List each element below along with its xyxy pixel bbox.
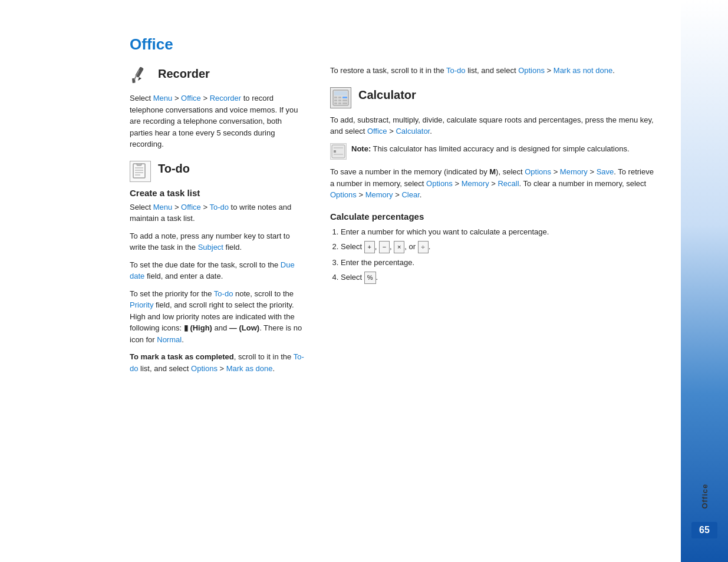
svg-rect-14 — [342, 97, 347, 98]
todo-options1-link[interactable]: Options — [191, 364, 218, 373]
recorder-menu-link[interactable]: Menu — [153, 94, 173, 103]
calculator-heading: Calculator — [330, 87, 657, 108]
todo-p5: To mark a task as completed, scroll to i… — [130, 351, 307, 374]
svg-rect-16 — [338, 100, 341, 101]
calc-calculator-link[interactable]: Calculator — [396, 127, 430, 135]
clear-memory-link[interactable]: Memory — [365, 190, 393, 199]
minus-btn: − — [379, 241, 390, 253]
save-memory-p: To save a number in the memory (indicate… — [330, 166, 657, 201]
recorder-office-link[interactable]: Office — [181, 94, 201, 103]
svg-rect-23 — [334, 147, 343, 148]
svg-rect-17 — [342, 100, 347, 101]
todo-p2: To add a note, press any number key to s… — [130, 230, 307, 253]
clear-options-link[interactable]: Options — [330, 190, 357, 199]
svg-marker-3 — [138, 77, 141, 81]
todo-todo-link[interactable]: To-do — [209, 203, 229, 211]
percentages-list: Enter a number for which you want to cal… — [341, 226, 657, 284]
svg-rect-20 — [342, 103, 347, 104]
calculator-icon — [330, 87, 351, 108]
step-4: Select %. — [341, 272, 657, 284]
svg-rect-22 — [334, 150, 336, 153]
percentages-section: Calculate percentages Enter a number for… — [330, 211, 657, 284]
note-text: Note: This calculator has limited accura… — [351, 143, 630, 155]
svg-rect-11 — [334, 91, 347, 95]
times-btn: × — [394, 241, 404, 253]
restore-p: To restore a task, scroll to it in the T… — [330, 65, 657, 77]
percentages-heading: Calculate percentages — [330, 211, 657, 222]
todo-p3: To set the due date for the task, scroll… — [130, 259, 307, 282]
recorder-heading: Recorder — [130, 65, 307, 87]
todo-menu-link[interactable]: Menu — [153, 203, 173, 211]
todo-office-link[interactable]: Office — [181, 203, 201, 211]
left-column: Office Recorder Select Menu > Office > R… — [130, 35, 307, 538]
page-number: 65 — [691, 522, 717, 538]
todo-priority-link[interactable]: Priority — [130, 300, 153, 309]
todo-title: To-do — [158, 162, 190, 176]
section-title: Office — [130, 35, 307, 54]
svg-rect-15 — [334, 100, 337, 101]
page-container: Office Recorder Select Menu > Office > R… — [0, 0, 728, 562]
svg-rect-18 — [334, 103, 337, 104]
todo-markdone-link[interactable]: Mark as done — [226, 364, 273, 373]
recorder-title: Recorder — [158, 67, 210, 81]
todo-todo2-link[interactable]: To-do — [214, 289, 233, 298]
svg-rect-9 — [137, 163, 141, 166]
percent-btn: % — [364, 272, 376, 284]
todo-p4: To set the priority for the To-do note, … — [130, 288, 307, 346]
recall-options-link[interactable]: Options — [426, 179, 453, 188]
todo-normal-link[interactable]: Normal — [157, 335, 182, 344]
note-box: Note: This calculator has limited accura… — [330, 143, 657, 161]
right-column: To restore a task, scroll to it in the T… — [330, 35, 657, 538]
sidebar-label: Office — [700, 484, 709, 509]
main-content: Office Recorder Select Menu > Office > R… — [0, 0, 681, 562]
svg-rect-4 — [133, 164, 145, 178]
todo-p1: Select Menu > Office > To-do to write no… — [130, 201, 307, 224]
recorder-recorder-link[interactable]: Recorder — [210, 94, 241, 103]
sidebar: Office 65 — [681, 0, 728, 562]
todo-section: To-do Create a task list Select Menu > O… — [130, 161, 307, 375]
clear-clear-link[interactable]: Clear — [401, 190, 419, 199]
todo-subject-link[interactable]: Subject — [198, 243, 223, 252]
save-save-link[interactable]: Save — [597, 167, 614, 176]
restore-options-link[interactable]: Options — [518, 66, 545, 75]
calc-office-link[interactable]: Office — [367, 127, 387, 135]
restore-todo-link[interactable]: To-do — [446, 66, 466, 75]
recorder-icon — [130, 65, 151, 87]
step-2: Select +, −, ×, or ÷. — [341, 241, 657, 253]
plus-btn: + — [364, 241, 375, 253]
recorder-body: Select Menu > Office > Recorder to recor… — [130, 92, 307, 150]
calculator-title: Calculator — [358, 88, 416, 102]
calculator-p1: To add, substract, multiply, divide, cal… — [330, 114, 657, 137]
svg-rect-24 — [334, 154, 343, 155]
recall-memory-link[interactable]: Memory — [462, 179, 489, 188]
todo-heading: To-do — [130, 161, 307, 182]
step-3: Enter the percentage. — [341, 257, 657, 269]
todo-icon — [130, 161, 151, 182]
restore-marknotdone-link[interactable]: Mark as not done — [554, 66, 612, 75]
step-1: Enter a number for which you want to cal… — [341, 226, 657, 238]
calculator-section: Calculator To add, substract, multiply, … — [330, 87, 657, 201]
note-icon — [330, 143, 347, 160]
svg-rect-19 — [338, 103, 341, 104]
svg-rect-12 — [334, 97, 337, 98]
save-options-link[interactable]: Options — [525, 167, 551, 176]
recall-recall-link[interactable]: Recall — [498, 179, 519, 188]
save-memory-link[interactable]: Memory — [560, 167, 588, 176]
svg-rect-13 — [338, 97, 341, 98]
divide-btn: ÷ — [418, 241, 429, 253]
create-task-heading: Create a task list — [130, 188, 307, 198]
